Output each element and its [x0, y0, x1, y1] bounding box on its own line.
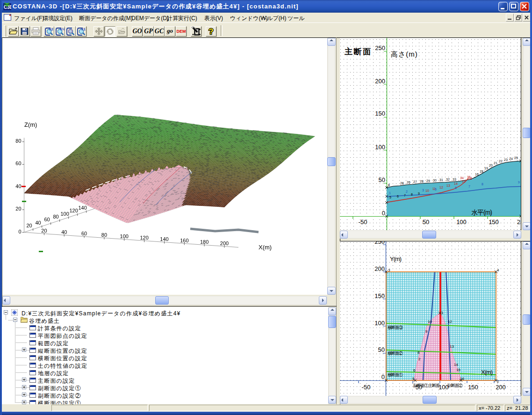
svg-text:200: 200 — [374, 265, 385, 272]
svg-text:16: 16 — [468, 177, 472, 180]
svg-text:25: 25 — [514, 156, 518, 160]
svg-text:100: 100 — [456, 218, 467, 226]
svg-text:x2: x2 — [49, 27, 53, 31]
svg-text:29: 29 — [426, 179, 430, 182]
svg-text:?: ? — [208, 27, 213, 36]
svg-text:副断面②: 副断面② — [447, 383, 463, 388]
svg-text:5: 5 — [435, 188, 437, 191]
svg-text:24: 24 — [509, 157, 513, 160]
svg-text:8: 8 — [417, 350, 420, 355]
svg-text:6: 6 — [397, 195, 399, 198]
svg-text:15: 15 — [456, 368, 460, 372]
svg-text:横断面①: 横断面① — [388, 372, 403, 377]
svg-text:9: 9 — [518, 181, 520, 184]
svg-text:22: 22 — [499, 160, 503, 163]
svg-text:26: 26 — [400, 182, 404, 185]
svg-text:15: 15 — [462, 180, 466, 183]
svg-text:横断面③: 横断面③ — [388, 325, 403, 330]
svg-text:200: 200 — [496, 384, 506, 391]
svg-text:12: 12 — [439, 186, 443, 189]
svg-text:7: 7 — [468, 185, 470, 188]
svg-text:10: 10 — [425, 189, 429, 192]
svg-text:27: 27 — [413, 180, 417, 183]
svg-text:3: 3 — [388, 268, 390, 272]
svg-text:18: 18 — [480, 170, 483, 173]
svg-text:100: 100 — [374, 320, 385, 327]
svg-text:x½: x½ — [60, 27, 65, 31]
svg-text:12: 12 — [448, 320, 452, 324]
svg-text:5: 5 — [412, 377, 415, 381]
svg-text:3: 3 — [422, 189, 424, 192]
svg-text:16: 16 — [475, 173, 479, 176]
svg-text:13: 13 — [450, 344, 454, 349]
svg-text:150: 150 — [374, 292, 385, 299]
svg-text:100: 100 — [375, 144, 385, 151]
svg-text:Y(m): Y(m) — [390, 255, 402, 262]
svg-text:2: 2 — [406, 190, 408, 193]
svg-text:主断面: 主断面 — [345, 47, 372, 56]
svg-text:7: 7 — [404, 194, 406, 197]
svg-text:30: 30 — [433, 179, 437, 182]
svg-text:水平(m): 水平(m) — [471, 209, 492, 216]
svg-text:5: 5 — [389, 196, 391, 199]
svg-text:50: 50 — [379, 176, 385, 183]
svg-text:150: 150 — [489, 218, 499, 226]
svg-text:2: 2 — [418, 357, 421, 361]
svg-text:150: 150 — [375, 110, 385, 117]
svg-text:32: 32 — [446, 178, 450, 181]
svg-text:250: 250 — [375, 44, 385, 51]
svg-text:14: 14 — [454, 363, 458, 367]
svg-text:34: 34 — [460, 176, 464, 180]
svg-text:X(m): X(m) — [481, 369, 493, 376]
svg-text:28: 28 — [420, 180, 424, 183]
svg-text:x1: x1 — [81, 27, 86, 31]
svg-text:4: 4 — [497, 268, 499, 272]
svg-text:10: 10 — [428, 320, 432, 324]
svg-text:33: 33 — [453, 178, 456, 181]
svg-text:8: 8 — [482, 182, 483, 186]
svg-text:21: 21 — [494, 161, 497, 165]
svg-text:31: 31 — [439, 178, 443, 182]
svg-text:0: 0 — [381, 373, 385, 380]
svg-text:150: 150 — [468, 384, 478, 391]
svg-text:2: 2 — [517, 218, 520, 226]
svg-text:14: 14 — [454, 182, 458, 185]
svg-text:9: 9 — [425, 329, 428, 334]
svg-text:20: 20 — [489, 164, 493, 167]
svg-text:9: 9 — [418, 192, 420, 195]
svg-text:50: 50 — [378, 346, 385, 353]
svg-text:-50: -50 — [362, 384, 371, 391]
svg-text:1: 1 — [441, 311, 444, 315]
svg-text:50: 50 — [423, 218, 429, 226]
svg-text:26: 26 — [407, 181, 410, 184]
svg-text:8: 8 — [388, 183, 390, 187]
svg-text:高さ(m): 高さ(m) — [391, 50, 418, 58]
svg-text:250: 250 — [374, 241, 385, 245]
svg-text:横断面②: 横断面② — [388, 351, 403, 356]
svg-text:8: 8 — [411, 193, 413, 196]
svg-text:6: 6 — [413, 368, 416, 372]
svg-text:1: 1 — [389, 191, 391, 195]
svg-text:0: 0 — [382, 210, 385, 217]
svg-text:19: 19 — [484, 167, 488, 170]
svg-text:6: 6 — [455, 186, 457, 189]
svg-text:-50: -50 — [359, 218, 367, 226]
svg-text:23: 23 — [504, 158, 508, 161]
svg-text:副断面①主断面: 副断面①主断面 — [413, 383, 440, 388]
svg-text:200: 200 — [375, 78, 385, 85]
svg-text:13: 13 — [446, 184, 450, 187]
